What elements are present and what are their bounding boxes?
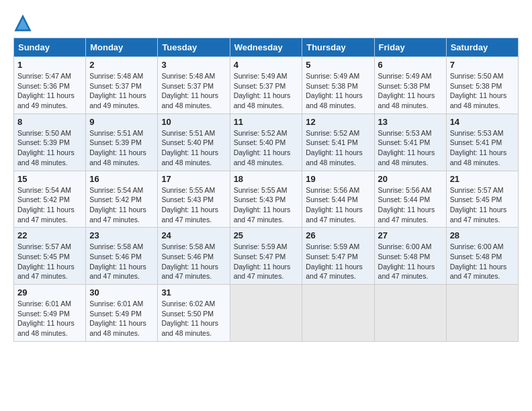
calendar-week-row: 8 Sunrise: 5:50 AM Sunset: 5:39 PM Dayli… (14, 113, 519, 171)
calendar-table: SundayMondayTuesdayWednesdayThursdayFrid… (13, 38, 519, 342)
day-number: 2 (89, 60, 154, 70)
calendar-cell (446, 285, 518, 342)
calendar-cell: 26 Sunrise: 5:59 AM Sunset: 5:47 PM Dayl… (302, 228, 374, 285)
calendar-week-row: 29 Sunrise: 6:01 AM Sunset: 5:49 PM Dayl… (14, 285, 519, 342)
day-number: 10 (161, 117, 226, 127)
calendar-cell: 29 Sunrise: 6:01 AM Sunset: 5:49 PM Dayl… (14, 285, 86, 342)
cell-info: Sunrise: 5:52 AM Sunset: 5:40 PM Dayligh… (234, 128, 299, 168)
cell-info: Sunrise: 5:51 AM Sunset: 5:40 PM Dayligh… (161, 128, 226, 168)
calendar-cell: 22 Sunrise: 5:57 AM Sunset: 5:45 PM Dayl… (14, 228, 86, 285)
day-number: 7 (450, 60, 515, 70)
day-number: 8 (17, 117, 82, 127)
page-header (13, 13, 519, 32)
cell-info: Sunrise: 5:53 AM Sunset: 5:41 PM Dayligh… (378, 128, 443, 168)
cell-info: Sunrise: 5:57 AM Sunset: 5:45 PM Dayligh… (450, 185, 515, 225)
day-number: 22 (17, 230, 82, 240)
cell-info: Sunrise: 5:49 AM Sunset: 5:38 PM Dayligh… (378, 71, 443, 111)
cell-info: Sunrise: 5:48 AM Sunset: 5:37 PM Dayligh… (161, 71, 226, 111)
calendar-cell: 25 Sunrise: 5:59 AM Sunset: 5:47 PM Dayl… (230, 228, 302, 285)
calendar-cell: 9 Sunrise: 5:51 AM Sunset: 5:39 PM Dayli… (86, 113, 158, 171)
cell-info: Sunrise: 5:49 AM Sunset: 5:37 PM Dayligh… (234, 71, 299, 111)
day-number: 31 (161, 287, 226, 298)
day-number: 26 (306, 230, 370, 240)
cell-info: Sunrise: 6:00 AM Sunset: 5:48 PM Dayligh… (378, 242, 443, 281)
day-number: 25 (234, 230, 299, 240)
cell-info: Sunrise: 5:49 AM Sunset: 5:38 PM Dayligh… (306, 71, 370, 111)
cell-info: Sunrise: 5:48 AM Sunset: 5:37 PM Dayligh… (89, 71, 154, 111)
cell-info: Sunrise: 5:59 AM Sunset: 5:47 PM Dayligh… (306, 242, 370, 281)
calendar-day-header: Thursday (302, 38, 374, 57)
cell-info: Sunrise: 5:59 AM Sunset: 5:47 PM Dayligh… (234, 242, 299, 281)
calendar-cell: 7 Sunrise: 5:50 AM Sunset: 5:38 PM Dayli… (446, 57, 518, 114)
cell-info: Sunrise: 6:00 AM Sunset: 5:48 PM Dayligh… (450, 242, 515, 281)
cell-info: Sunrise: 5:47 AM Sunset: 5:36 PM Dayligh… (17, 71, 82, 111)
calendar-week-row: 1 Sunrise: 5:47 AM Sunset: 5:36 PM Dayli… (14, 57, 519, 114)
calendar-cell: 12 Sunrise: 5:52 AM Sunset: 5:41 PM Dayl… (302, 113, 374, 171)
calendar-cell: 15 Sunrise: 5:54 AM Sunset: 5:42 PM Dayl… (14, 171, 86, 228)
calendar-cell: 17 Sunrise: 5:55 AM Sunset: 5:43 PM Dayl… (158, 171, 230, 228)
day-number: 6 (378, 60, 443, 70)
calendar-week-row: 22 Sunrise: 5:57 AM Sunset: 5:45 PM Dayl… (14, 228, 519, 285)
calendar-cell: 16 Sunrise: 5:54 AM Sunset: 5:42 PM Dayl… (86, 171, 158, 228)
day-number: 20 (378, 174, 443, 184)
calendar-day-header: Saturday (446, 38, 518, 57)
calendar-cell: 30 Sunrise: 6:01 AM Sunset: 5:49 PM Dayl… (86, 285, 158, 342)
day-number: 24 (161, 230, 226, 240)
cell-info: Sunrise: 5:56 AM Sunset: 5:44 PM Dayligh… (306, 185, 370, 225)
day-number: 28 (450, 230, 515, 240)
cell-info: Sunrise: 5:50 AM Sunset: 5:39 PM Dayligh… (17, 128, 82, 168)
day-number: 21 (450, 174, 515, 184)
cell-info: Sunrise: 5:55 AM Sunset: 5:43 PM Dayligh… (161, 185, 226, 225)
calendar-week-row: 15 Sunrise: 5:54 AM Sunset: 5:42 PM Dayl… (14, 171, 519, 228)
calendar-cell: 2 Sunrise: 5:48 AM Sunset: 5:37 PM Dayli… (86, 57, 158, 114)
cell-info: Sunrise: 5:58 AM Sunset: 5:46 PM Dayligh… (161, 242, 226, 281)
day-number: 15 (17, 174, 82, 184)
day-number: 9 (89, 117, 154, 127)
day-number: 27 (378, 230, 443, 240)
day-number: 4 (234, 60, 299, 70)
logo (13, 13, 34, 32)
cell-info: Sunrise: 6:01 AM Sunset: 5:49 PM Dayligh… (17, 299, 82, 338)
calendar-cell: 8 Sunrise: 5:50 AM Sunset: 5:39 PM Dayli… (14, 113, 86, 171)
calendar-day-header: Wednesday (230, 38, 302, 57)
day-number: 29 (17, 287, 82, 298)
day-number: 1 (17, 60, 82, 70)
calendar-cell: 31 Sunrise: 6:02 AM Sunset: 5:50 PM Dayl… (158, 285, 230, 342)
calendar-day-header: Tuesday (158, 38, 230, 57)
calendar-cell: 20 Sunrise: 5:56 AM Sunset: 5:44 PM Dayl… (374, 171, 446, 228)
calendar-day-header: Sunday (14, 38, 86, 57)
cell-info: Sunrise: 5:56 AM Sunset: 5:44 PM Dayligh… (378, 185, 443, 225)
cell-info: Sunrise: 5:54 AM Sunset: 5:42 PM Dayligh… (17, 185, 82, 225)
day-number: 19 (306, 174, 370, 184)
calendar-cell: 14 Sunrise: 5:53 AM Sunset: 5:41 PM Dayl… (446, 113, 518, 171)
day-number: 5 (306, 60, 370, 70)
day-number: 17 (161, 174, 226, 184)
day-number: 16 (89, 174, 154, 184)
calendar-cell: 6 Sunrise: 5:49 AM Sunset: 5:38 PM Dayli… (374, 57, 446, 114)
day-number: 13 (378, 117, 443, 127)
day-number: 18 (234, 174, 299, 184)
cell-info: Sunrise: 6:02 AM Sunset: 5:50 PM Dayligh… (161, 299, 226, 338)
day-number: 12 (306, 117, 370, 127)
calendar-cell: 1 Sunrise: 5:47 AM Sunset: 5:36 PM Dayli… (14, 57, 86, 114)
calendar-cell (230, 285, 302, 342)
cell-info: Sunrise: 6:01 AM Sunset: 5:49 PM Dayligh… (89, 299, 154, 338)
logo-icon (13, 13, 32, 32)
day-number: 23 (89, 230, 154, 240)
calendar-cell: 23 Sunrise: 5:58 AM Sunset: 5:46 PM Dayl… (86, 228, 158, 285)
cell-info: Sunrise: 5:57 AM Sunset: 5:45 PM Dayligh… (17, 242, 82, 281)
calendar-cell: 28 Sunrise: 6:00 AM Sunset: 5:48 PM Dayl… (446, 228, 518, 285)
cell-info: Sunrise: 5:53 AM Sunset: 5:41 PM Dayligh… (450, 128, 515, 168)
calendar-cell: 10 Sunrise: 5:51 AM Sunset: 5:40 PM Dayl… (158, 113, 230, 171)
day-number: 30 (89, 287, 154, 298)
calendar-cell (374, 285, 446, 342)
calendar-cell: 21 Sunrise: 5:57 AM Sunset: 5:45 PM Dayl… (446, 171, 518, 228)
calendar-cell: 5 Sunrise: 5:49 AM Sunset: 5:38 PM Dayli… (302, 57, 374, 114)
calendar-cell: 18 Sunrise: 5:55 AM Sunset: 5:43 PM Dayl… (230, 171, 302, 228)
calendar-cell: 19 Sunrise: 5:56 AM Sunset: 5:44 PM Dayl… (302, 171, 374, 228)
cell-info: Sunrise: 5:51 AM Sunset: 5:39 PM Dayligh… (89, 128, 154, 168)
calendar-day-header: Monday (86, 38, 158, 57)
day-number: 3 (161, 60, 226, 70)
cell-info: Sunrise: 5:55 AM Sunset: 5:43 PM Dayligh… (234, 185, 299, 225)
calendar-cell: 24 Sunrise: 5:58 AM Sunset: 5:46 PM Dayl… (158, 228, 230, 285)
